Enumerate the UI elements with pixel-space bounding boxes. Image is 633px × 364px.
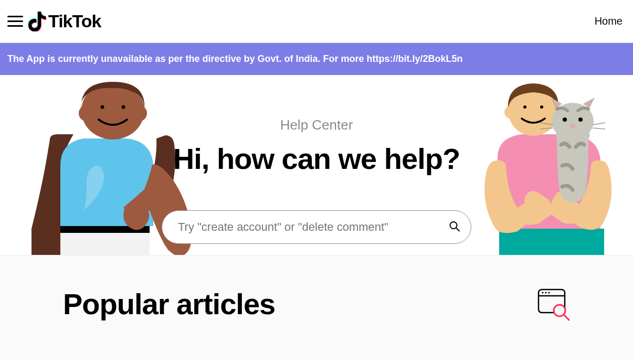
svg-line-24	[564, 315, 569, 320]
svg-point-11	[523, 105, 526, 109]
hero-section: Help Center Hi, how can we help?	[0, 75, 633, 255]
hero-text: Help Center Hi, how can we help?	[0, 117, 633, 244]
svg-point-22	[548, 292, 550, 293]
menu-icon[interactable]	[7, 16, 23, 27]
search-icon	[449, 221, 460, 232]
search-button[interactable]	[449, 221, 460, 233]
search-wrap	[162, 210, 471, 244]
notice-text: The App is currently unavailable as per …	[7, 53, 463, 64]
tiktok-logo[interactable]: TikTok	[28, 11, 101, 31]
search-input[interactable]	[162, 210, 471, 244]
page-header: TikTok Home	[0, 0, 633, 43]
tiktok-note-icon	[28, 12, 46, 31]
home-link[interactable]: Home	[595, 15, 623, 27]
svg-point-9	[504, 106, 514, 118]
notice-banner: The App is currently unavailable as per …	[0, 43, 633, 75]
brand-name: TikTok	[48, 11, 101, 31]
header-left: TikTok	[7, 11, 101, 31]
browser-search-icon	[536, 287, 570, 321]
popular-articles-title: Popular articles	[63, 287, 275, 321]
svg-point-12	[540, 105, 543, 109]
svg-line-17	[456, 228, 459, 231]
svg-point-20	[542, 292, 543, 293]
help-center-label: Help Center	[0, 117, 633, 133]
svg-point-21	[545, 292, 546, 293]
help-title: Hi, how can we help?	[0, 142, 633, 176]
svg-point-5	[101, 105, 104, 109]
popular-section: Popular articles	[0, 255, 633, 360]
svg-point-6	[122, 105, 125, 109]
